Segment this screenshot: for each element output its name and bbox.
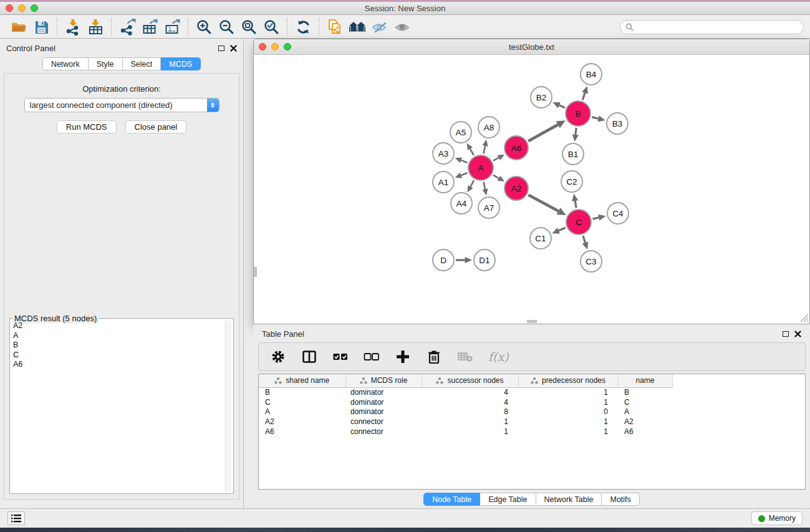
column-header-MCDS-role[interactable]: MCDS role — [345, 374, 422, 387]
cell[interactable]: A6 — [618, 427, 672, 437]
tab-network[interactable]: Network — [42, 57, 89, 70]
cell[interactable]: dominator — [345, 407, 422, 417]
resize-grip-icon[interactable] — [799, 312, 809, 322]
graph-node-A[interactable]: A — [468, 155, 493, 180]
cell[interactable]: A2 — [618, 417, 672, 427]
graph-node-A2[interactable]: A2 — [504, 177, 528, 200]
delete-table-icon[interactable] — [457, 349, 473, 365]
tab-select[interactable]: Select — [123, 57, 162, 70]
cell[interactable]: C — [618, 397, 672, 407]
table-settings-gear-icon[interactable] — [270, 349, 286, 365]
cell[interactable]: 8 — [422, 407, 518, 417]
hide-selected-icon[interactable] — [369, 17, 391, 36]
export-table-icon[interactable] — [138, 17, 161, 36]
tab-node-table[interactable]: Node Table — [423, 493, 480, 506]
cell[interactable]: 1 — [422, 427, 518, 437]
graph-node-A8[interactable]: A8 — [478, 117, 499, 138]
result-item-C[interactable]: C — [12, 351, 224, 360]
result-scrollbar[interactable] — [225, 321, 231, 491]
search-input[interactable] — [637, 22, 798, 31]
result-item-A[interactable]: A — [12, 331, 224, 341]
table-row-B[interactable]: Bdominator41B — [259, 387, 805, 397]
cell[interactable]: connector — [345, 417, 422, 427]
float-panel-icon[interactable] — [218, 46, 224, 51]
close-panel-icon[interactable] — [230, 45, 237, 52]
graph-node-A3[interactable]: A3 — [433, 143, 454, 164]
tab-edge-table[interactable]: Edge Table — [480, 493, 536, 506]
save-session-icon[interactable] — [30, 17, 52, 36]
result-item-A6[interactable]: A6 — [12, 360, 224, 370]
graph-node-C3[interactable]: C3 — [581, 251, 602, 272]
cell[interactable]: 4 — [422, 387, 518, 397]
cell[interactable]: A2 — [259, 417, 345, 427]
canvas-vertical-scroll-mark[interactable] — [254, 267, 257, 277]
cell[interactable]: C — [259, 397, 345, 407]
network-graph[interactable]: B4B2BB3A8A5A6A3B1AC2A1A2A4A7C4CC1DD1C3 — [254, 55, 809, 323]
cell[interactable]: A6 — [259, 427, 345, 437]
result-item-B[interactable]: B — [12, 341, 224, 351]
home-view-icon[interactable] — [346, 17, 369, 36]
table-row-C[interactable]: Cdominator41C — [259, 397, 805, 407]
refresh-layout-icon[interactable] — [292, 17, 314, 36]
cell[interactable]: dominator — [345, 387, 422, 397]
cell[interactable]: B — [259, 387, 345, 397]
select-all-checkboxes-icon[interactable] — [332, 349, 349, 365]
graph-node-C4[interactable]: C4 — [607, 203, 629, 224]
close-table-panel-icon[interactable] — [794, 331, 801, 337]
delete-column-icon[interactable] — [426, 349, 442, 365]
cell[interactable]: 4 — [422, 397, 518, 407]
cell[interactable]: 1 — [518, 397, 618, 407]
graph-node-D[interactable]: D — [433, 249, 454, 271]
cell[interactable]: connector — [345, 427, 422, 437]
cell[interactable]: B — [618, 387, 672, 397]
graph-node-B2[interactable]: B2 — [531, 87, 552, 108]
zoom-fit-icon[interactable] — [238, 17, 260, 36]
show-eye-icon[interactable] — [391, 17, 413, 36]
tab-mcds[interactable]: MCDS — [161, 57, 201, 70]
column-header-name[interactable]: name — [618, 374, 672, 387]
zoom-out-icon[interactable] — [215, 17, 238, 36]
graph-node-A7[interactable]: A7 — [478, 197, 499, 218]
canvas-horizontal-scroll-mark[interactable] — [527, 320, 537, 323]
graph-node-A6[interactable]: A6 — [504, 136, 528, 160]
float-table-panel-icon[interactable] — [783, 331, 789, 337]
cell[interactable]: A — [259, 407, 345, 417]
optimization-criterion-select[interactable]: largest connected component (directed) — [24, 98, 219, 112]
cell[interactable]: 0 — [518, 407, 618, 417]
graph-node-B1[interactable]: B1 — [562, 143, 584, 165]
function-builder-icon[interactable]: f(x) — [488, 350, 509, 364]
table-row-A2[interactable]: A2connector11A2 — [259, 417, 805, 427]
graph-node-C1[interactable]: C1 — [530, 228, 551, 249]
graph-node-C2[interactable]: C2 — [561, 171, 582, 192]
deselect-all-checkboxes-icon[interactable] — [364, 349, 380, 365]
graph-node-D1[interactable]: D1 — [474, 249, 495, 271]
cell[interactable]: 1 — [518, 387, 618, 397]
import-network-icon[interactable] — [62, 17, 84, 36]
export-network-icon[interactable] — [116, 17, 138, 36]
cell[interactable]: 1 — [518, 427, 618, 437]
column-header-predecessor-nodes[interactable]: predecessor nodes — [518, 374, 618, 387]
column-visibility-icon[interactable] — [301, 349, 317, 365]
tab-style[interactable]: Style — [89, 57, 123, 70]
graph-node-C[interactable]: C — [566, 210, 591, 235]
export-image-icon[interactable] — [161, 17, 183, 36]
column-header-successor-nodes[interactable]: successor nodes — [422, 374, 518, 387]
import-table-icon[interactable] — [84, 17, 107, 36]
cell[interactable]: dominator — [345, 397, 422, 407]
column-header-shared-name[interactable]: shared name — [259, 374, 345, 387]
cell[interactable]: 1 — [518, 417, 618, 427]
memory-button[interactable]: Memory — [751, 511, 803, 525]
mcds-result-list[interactable]: A2ABCA6 — [12, 321, 224, 491]
open-file-icon[interactable] — [7, 17, 30, 36]
search-field[interactable] — [620, 20, 804, 34]
graph-node-B[interactable]: B — [566, 101, 591, 126]
task-history-button[interactable] — [7, 511, 25, 525]
graph-node-B4[interactable]: B4 — [581, 64, 602, 85]
run-mcds-button[interactable]: Run MCDS — [57, 120, 117, 133]
graph-node-A4[interactable]: A4 — [451, 193, 472, 214]
add-column-icon[interactable] — [395, 349, 411, 365]
table-row-A6[interactable]: A6connector11A6 — [259, 427, 805, 437]
zoom-in-icon[interactable] — [193, 17, 215, 36]
close-panel-button[interactable]: Close panel — [125, 120, 187, 133]
result-item-A2[interactable]: A2 — [12, 321, 224, 331]
